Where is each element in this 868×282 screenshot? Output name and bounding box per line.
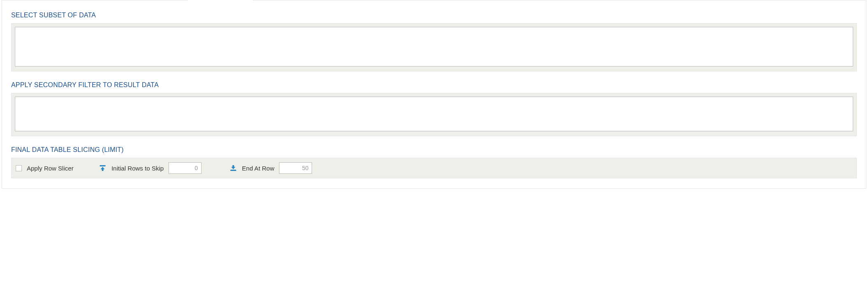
end-at-row-label: End At Row [242, 165, 274, 172]
apply-row-slicer-checkbox[interactable] [16, 165, 22, 171]
filter-config-panel: SELECT SUBSET OF DATA APPLY SECONDARY FI… [2, 0, 866, 189]
arrow-down-bar-icon [230, 164, 237, 172]
tab-border [2, 0, 866, 0]
subset-panel [11, 23, 857, 71]
apply-row-slicer-label: Apply Row Slicer [27, 165, 73, 172]
secondary-panel [11, 93, 857, 136]
svg-rect-0 [100, 165, 106, 166]
slicing-heading: FINAL DATA TABLE SLICING (LIMIT) [11, 146, 857, 154]
active-tab-notch [188, 0, 253, 0]
arrow-up-bar-icon [99, 164, 106, 172]
slicing-panel: Apply Row Slicer Initial Rows to Skip En… [11, 158, 857, 178]
secondary-heading: APPLY SECONDARY FILTER TO RESULT DATA [11, 81, 857, 89]
subset-heading: SELECT SUBSET OF DATA [11, 12, 857, 19]
subset-textarea[interactable] [15, 27, 853, 66]
secondary-textarea[interactable] [15, 97, 853, 131]
initial-rows-label: Initial Rows to Skip [111, 165, 164, 172]
end-at-row-input[interactable] [279, 162, 312, 174]
initial-rows-input[interactable] [169, 162, 202, 174]
svg-rect-1 [230, 170, 236, 171]
slicer-row: Apply Row Slicer Initial Rows to Skip En… [16, 162, 852, 174]
